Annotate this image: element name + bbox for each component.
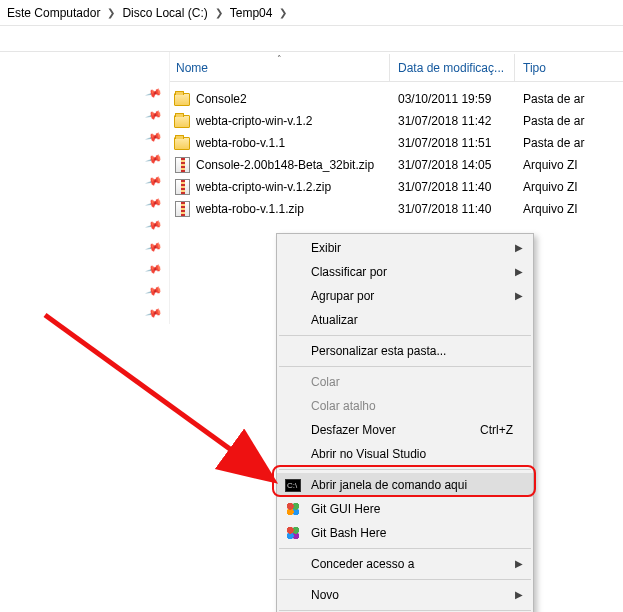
file-date: 31/07/2018 11:51 xyxy=(390,136,515,150)
menu-item-conceder[interactable]: Conceder acesso a ▶ xyxy=(277,552,533,576)
list-item[interactable]: webta-robo-v.1.1.zip 31/07/2018 11:40 Ar… xyxy=(170,198,623,220)
column-header-label: Tipo xyxy=(523,61,546,75)
menu-label: Conceder acesso a xyxy=(311,557,414,571)
pin-slot: 📌 xyxy=(0,104,169,126)
menu-label: Desfazer Mover xyxy=(311,423,396,437)
menu-label: Personalizar esta pasta... xyxy=(311,344,446,358)
breadcrumb-item[interactable]: Temp04 xyxy=(229,4,274,22)
menu-item-exibir[interactable]: Exibir ▶ xyxy=(277,236,533,260)
menu-shortcut: Ctrl+Z xyxy=(460,423,513,437)
pin-icon: 📌 xyxy=(145,260,164,278)
menu-item-git-bash[interactable]: Git Bash Here xyxy=(277,521,533,545)
git-bash-icon xyxy=(285,525,301,541)
file-date: 31/07/2018 11:40 xyxy=(390,180,515,194)
menu-label: Agrupar por xyxy=(311,289,374,303)
chevron-right-icon: ❯ xyxy=(277,7,289,18)
pin-slot: 📌 xyxy=(0,280,169,302)
menu-label: Atualizar xyxy=(311,313,358,327)
pin-slot: 📌 xyxy=(0,214,169,236)
menu-label: Git GUI Here xyxy=(311,502,380,516)
menu-label: Exibir xyxy=(311,241,341,255)
pin-slot: 📌 xyxy=(0,192,169,214)
pin-icon: 📌 xyxy=(145,282,164,300)
list-item[interactable]: webta-cripto-win-v.1.2.zip 31/07/2018 11… xyxy=(170,176,623,198)
file-date: 31/07/2018 14:05 xyxy=(390,158,515,172)
menu-item-git-gui[interactable]: Git GUI Here xyxy=(277,497,533,521)
menu-separator xyxy=(279,579,531,580)
menu-label: Novo xyxy=(311,588,339,602)
chevron-right-icon: ❯ xyxy=(105,7,117,18)
menu-item-agrupar[interactable]: Agrupar por ▶ xyxy=(277,284,533,308)
column-header-row: ˄ Nome Data de modificaç... Tipo xyxy=(170,54,623,82)
menu-label: Abrir janela de comando aqui xyxy=(311,478,467,492)
file-type: Pasta de ar xyxy=(515,114,623,128)
toolbar-strip xyxy=(0,26,623,52)
file-name: Console2 xyxy=(196,92,247,106)
folder-icon xyxy=(174,91,190,107)
sort-asc-icon: ˄ xyxy=(277,54,282,64)
menu-separator xyxy=(279,335,531,336)
pin-icon: 📌 xyxy=(145,106,164,124)
zip-icon xyxy=(174,179,190,195)
file-name: webta-robo-v.1.1 xyxy=(196,136,285,150)
annotation-arrow xyxy=(40,310,300,500)
menu-item-abrir-cmd[interactable]: C:\ Abrir janela de comando aqui xyxy=(277,473,533,497)
pin-slot: 📌 xyxy=(0,258,169,280)
menu-separator xyxy=(279,548,531,549)
list-item[interactable]: webta-robo-v.1.1 31/07/2018 11:51 Pasta … xyxy=(170,132,623,154)
context-menu[interactable]: Exibir ▶ Classificar por ▶ Agrupar por ▶… xyxy=(276,233,534,612)
zip-icon xyxy=(174,157,190,173)
file-type: Arquivo ZI xyxy=(515,158,623,172)
chevron-right-icon: ▶ xyxy=(515,589,523,600)
file-date: 03/10/2011 19:59 xyxy=(390,92,515,106)
list-item[interactable]: webta-cripto-win-v.1.2 31/07/2018 11:42 … xyxy=(170,110,623,132)
pin-icon: 📌 xyxy=(145,84,164,102)
pin-icon: 📌 xyxy=(145,128,164,146)
file-name: webta-cripto-win-v.1.2.zip xyxy=(196,180,331,194)
folder-icon xyxy=(174,113,190,129)
pin-icon: 📌 xyxy=(145,194,164,212)
menu-label: Colar atalho xyxy=(311,399,376,413)
menu-label: Colar xyxy=(311,375,340,389)
pin-icon: 📌 xyxy=(145,304,164,322)
list-item[interactable]: Console-2.00b148-Beta_32bit.zip 31/07/20… xyxy=(170,154,623,176)
column-header-date[interactable]: Data de modificaç... xyxy=(390,54,515,81)
file-type: Pasta de ar xyxy=(515,136,623,150)
chevron-right-icon: ▶ xyxy=(515,242,523,253)
menu-label: Git Bash Here xyxy=(311,526,386,540)
menu-item-classificar[interactable]: Classificar por ▶ xyxy=(277,260,533,284)
pin-icon: 📌 xyxy=(145,150,164,168)
pin-icon: 📌 xyxy=(145,172,164,190)
file-date: 31/07/2018 11:40 xyxy=(390,202,515,216)
menu-item-personalizar[interactable]: Personalizar esta pasta... xyxy=(277,339,533,363)
menu-item-desfazer[interactable]: Desfazer Mover Ctrl+Z xyxy=(277,418,533,442)
menu-item-atualizar[interactable]: Atualizar xyxy=(277,308,533,332)
chevron-right-icon: ▶ xyxy=(515,558,523,569)
file-name: Console-2.00b148-Beta_32bit.zip xyxy=(196,158,374,172)
column-header-name[interactable]: ˄ Nome xyxy=(170,54,390,81)
menu-separator xyxy=(279,366,531,367)
pin-slot: 📌 xyxy=(0,82,169,104)
column-header-type[interactable]: Tipo xyxy=(515,54,623,81)
list-item[interactable]: Console2 03/10/2011 19:59 Pasta de ar xyxy=(170,88,623,110)
menu-item-abrir-vs[interactable]: Abrir no Visual Studio xyxy=(277,442,533,466)
breadcrumb[interactable]: Este Computador ❯ Disco Local (C:) ❯ Tem… xyxy=(0,0,623,26)
breadcrumb-item[interactable]: Disco Local (C:) xyxy=(121,4,208,22)
menu-item-novo[interactable]: Novo ▶ xyxy=(277,583,533,607)
pin-slot: 📌 xyxy=(0,236,169,258)
git-gui-icon xyxy=(285,501,301,517)
menu-item-colar-atalho: Colar atalho xyxy=(277,394,533,418)
zip-icon xyxy=(174,201,190,217)
menu-item-colar: Colar xyxy=(277,370,533,394)
file-type: Arquivo ZI xyxy=(515,202,623,216)
file-type: Pasta de ar xyxy=(515,92,623,106)
file-date: 31/07/2018 11:42 xyxy=(390,114,515,128)
chevron-right-icon: ❯ xyxy=(213,7,225,18)
file-name: webta-cripto-win-v.1.2 xyxy=(196,114,312,128)
menu-label: Abrir no Visual Studio xyxy=(311,447,426,461)
pin-slot: 📌 xyxy=(0,126,169,148)
chevron-right-icon: ▶ xyxy=(515,290,523,301)
breadcrumb-item[interactable]: Este Computador xyxy=(6,4,101,22)
file-rows: Console2 03/10/2011 19:59 Pasta de ar we… xyxy=(170,82,623,220)
menu-separator xyxy=(279,610,531,611)
